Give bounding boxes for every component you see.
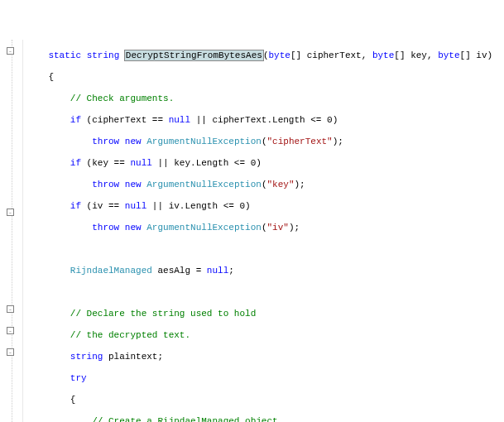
keyword: string bbox=[87, 50, 120, 60]
params: [] iv) bbox=[460, 50, 493, 60]
keyword: static bbox=[48, 50, 81, 60]
string: "iv" bbox=[267, 223, 289, 233]
brace: { bbox=[48, 72, 54, 82]
fold-icon[interactable]: - bbox=[7, 327, 14, 334]
code-editor[interactable]: - - - - - static string DecryptStringFro… bbox=[0, 40, 504, 422]
fold-icon[interactable]: - bbox=[7, 209, 14, 216]
type: ArgumentNullException bbox=[146, 137, 262, 146]
type: ArgumentNullException bbox=[146, 223, 262, 233]
text: plaintext; bbox=[103, 352, 163, 362]
params: [] key, bbox=[394, 50, 438, 60]
keyword: new bbox=[125, 180, 142, 189]
keyword: throw bbox=[92, 223, 119, 233]
text: aesAlg = bbox=[152, 266, 207, 276]
text: || key.Length <= 0) bbox=[152, 158, 262, 168]
keyword: new bbox=[125, 137, 142, 146]
text: ( bbox=[262, 223, 267, 233]
fold-icon[interactable]: - bbox=[7, 348, 14, 356]
text: (key == bbox=[81, 158, 130, 168]
fold-icon[interactable]: - bbox=[7, 47, 14, 55]
keyword: null bbox=[125, 201, 146, 211]
comment: // Create a RijndaelManaged object bbox=[92, 416, 277, 422]
text: ; bbox=[228, 266, 234, 276]
comment: // Declare the string used to hold bbox=[70, 309, 256, 319]
keyword: null bbox=[130, 158, 151, 168]
keyword: throw bbox=[92, 180, 119, 189]
keyword: if bbox=[70, 115, 81, 125]
method-name: DecryptStringFromBytesAes bbox=[124, 50, 264, 61]
params: [] cipherText, bbox=[290, 50, 372, 60]
brace: { bbox=[70, 395, 76, 405]
type: ArgumentNullException bbox=[146, 180, 262, 189]
keyword: if bbox=[70, 158, 81, 168]
keyword: if bbox=[70, 201, 81, 211]
text: ); bbox=[295, 180, 305, 189]
comment: // Check arguments. bbox=[70, 94, 174, 103]
text: ); bbox=[289, 223, 300, 233]
keyword: byte bbox=[268, 50, 290, 60]
keyword: throw bbox=[92, 137, 119, 146]
editor-gutter: - - - - - bbox=[0, 40, 23, 422]
comment: // the decrypted text. bbox=[70, 330, 190, 340]
keyword: byte bbox=[372, 50, 394, 60]
text: ); bbox=[333, 137, 343, 146]
text: (cipherText == bbox=[81, 115, 169, 125]
text: ( bbox=[262, 137, 267, 146]
keyword: new bbox=[125, 223, 142, 233]
text: ( bbox=[262, 180, 267, 189]
code-area[interactable]: static string DecryptStringFromBytesAes(… bbox=[23, 40, 504, 422]
keyword: null bbox=[207, 266, 228, 276]
type: RijndaelManaged bbox=[70, 266, 152, 276]
text: || iv.Length <= 0) bbox=[146, 201, 250, 211]
keyword: byte bbox=[438, 50, 459, 60]
fold-icon[interactable]: - bbox=[7, 305, 14, 313]
string: "cipherText" bbox=[267, 137, 333, 146]
keyword: null bbox=[169, 115, 190, 125]
string: "key" bbox=[267, 180, 295, 189]
text: || cipherText.Length <= 0) bbox=[190, 115, 338, 125]
keyword: try bbox=[70, 373, 87, 383]
text: (iv == bbox=[81, 201, 125, 211]
keyword: string bbox=[70, 352, 103, 362]
